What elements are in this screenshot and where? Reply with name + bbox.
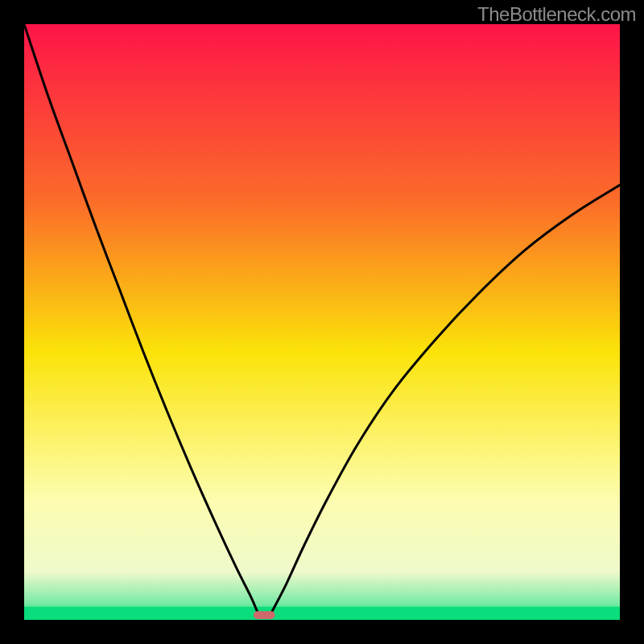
chart-svg: [24, 24, 620, 620]
plot-area: [24, 24, 620, 620]
trough-marker: [254, 611, 275, 619]
watermark-text: TheBottleneck.com: [477, 3, 636, 26]
gradient-background: [24, 24, 620, 620]
chart-frame: TheBottleneck.com: [0, 0, 644, 644]
bottom-band: [24, 607, 620, 620]
